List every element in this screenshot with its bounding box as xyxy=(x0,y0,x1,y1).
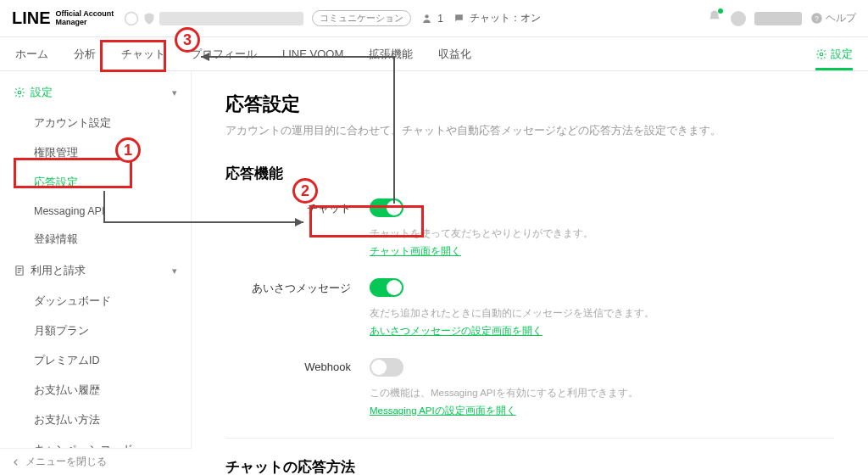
sidebar-item-messaging-api[interactable]: Messaging API xyxy=(0,198,191,225)
hint-text: この機能は、Messaging APIを有効にすると利用できます。 xyxy=(370,387,834,400)
tab-analytics[interactable]: 分析 xyxy=(74,38,96,70)
logo-subtitle: Official Account Manager xyxy=(56,10,114,26)
plan-pill: コミュニケーション xyxy=(312,10,411,26)
page-title: 応答設定 xyxy=(225,92,834,117)
link-messaging-api-settings[interactable]: Messaging APIの設定画面を開く xyxy=(370,405,516,417)
chat-bubble-icon xyxy=(453,13,465,24)
sidebar-head-billing[interactable]: 利用と請求 ▾ xyxy=(0,254,191,287)
toggle-webhook[interactable] xyxy=(370,358,403,377)
sidebar-item-permission[interactable]: 権限管理 xyxy=(0,138,191,168)
sidebar-item-dashboard[interactable]: ダッシュボード xyxy=(0,287,191,316)
tab-extensions[interactable]: 拡張機能 xyxy=(369,38,413,70)
chevron-down-icon: ▾ xyxy=(172,265,177,277)
tab-voom[interactable]: LINE VOOM xyxy=(282,39,343,69)
sidebar: 設定 ▾ アカウント設定 権限管理 応答設定 Messaging API 登録情… xyxy=(0,71,192,475)
section-heading-features: 応答機能 xyxy=(225,164,834,183)
svg-text:?: ? xyxy=(815,14,819,23)
svg-point-1 xyxy=(426,14,429,18)
toggle-chat[interactable] xyxy=(370,198,403,217)
sidebar-item-plan[interactable]: 月額プラン xyxy=(0,316,191,346)
shield-check-icon xyxy=(142,12,156,25)
row-greeting: あいさつメッセージ 友だち追加されたときに自動的にメッセージを送信できます。 あ… xyxy=(225,278,834,338)
row-chat: チャット チャットを使って友だちとやりとりができます。 チャット画面を開く xyxy=(225,198,834,258)
tab-profile[interactable]: プロフィール xyxy=(191,38,257,70)
sidebar-item-pay-history[interactable]: お支払い履歴 xyxy=(0,376,191,405)
sidebar-item-registration[interactable]: 登録情報 xyxy=(0,225,191,254)
account-bar xyxy=(124,11,303,26)
person-icon xyxy=(421,13,432,24)
svg-point-4 xyxy=(820,53,823,56)
row-webhook: Webhook この機能は、Messaging APIを有効にすると利用できます… xyxy=(225,358,834,417)
notification-icon[interactable] xyxy=(707,9,722,28)
sidebar-item-pay-method[interactable]: お支払い方法 xyxy=(0,405,191,435)
avatar[interactable] xyxy=(731,11,746,26)
chevron-left-icon xyxy=(12,458,20,467)
help-icon: ? xyxy=(810,12,823,25)
sidebar-item-premium-id[interactable]: プレミアムID xyxy=(0,346,191,376)
svg-point-0 xyxy=(125,12,138,25)
link-greeting-settings[interactable]: あいさつメッセージの設定画面を開く xyxy=(370,325,542,338)
divider xyxy=(225,438,834,439)
tab-monetize[interactable]: 収益化 xyxy=(438,38,471,70)
tab-chat[interactable]: チャット xyxy=(121,38,165,70)
chevron-down-icon: ▾ xyxy=(172,87,177,98)
section-heading-method: チャットの応答方法 xyxy=(225,457,834,475)
member-stat: 1 xyxy=(421,13,443,25)
user-name-redacted xyxy=(754,12,802,25)
header-right: ? ヘルプ xyxy=(707,9,856,28)
document-icon xyxy=(14,265,25,277)
row-label: チャット xyxy=(225,198,370,216)
gear-icon xyxy=(815,48,827,60)
logo: LINE xyxy=(12,8,51,28)
row-label: Webhook xyxy=(225,358,370,373)
toggle-greeting[interactable] xyxy=(370,278,403,297)
hint-text: チャットを使って友だちとやりとりができます。 xyxy=(370,227,834,240)
svg-point-5 xyxy=(18,91,21,94)
page-description: アカウントの運用目的に合わせて、チャットや自動応答メッセージなどの応答方法を設定… xyxy=(225,124,834,138)
tab-home[interactable]: ホーム xyxy=(15,38,48,70)
gear-icon xyxy=(14,87,25,98)
account-name-redacted xyxy=(159,12,303,25)
logo-area: LINE Official Account Manager xyxy=(12,8,114,28)
hint-text: 友だち追加されたときに自動的にメッセージを送信できます。 xyxy=(370,307,834,320)
row-label: あいさつメッセージ xyxy=(225,278,370,296)
tab-settings[interactable]: 設定 xyxy=(815,38,853,70)
link-open-chat[interactable]: チャット画面を開く xyxy=(370,245,461,258)
sidebar-item-account[interactable]: アカウント設定 xyxy=(0,109,191,138)
app-header: LINE Official Account Manager コミュニケーション … xyxy=(0,0,868,37)
user-circle-icon xyxy=(124,11,139,26)
sidebar-item-response[interactable]: 応答設定 xyxy=(0,168,191,198)
close-menu-button[interactable]: メニューを閉じる xyxy=(0,448,192,475)
main-tabs: ホーム 分析 チャット プロフィール LINE VOOM 拡張機能 収益化 設定 xyxy=(0,37,868,71)
help-link[interactable]: ? ヘルプ xyxy=(810,11,856,25)
sidebar-head-settings[interactable]: 設定 ▾ xyxy=(0,76,191,109)
chat-status: チャット：オン xyxy=(453,11,541,25)
main-content: 応答設定 アカウントの運用目的に合わせて、チャットや自動応答メッセージなどの応答… xyxy=(192,71,868,475)
